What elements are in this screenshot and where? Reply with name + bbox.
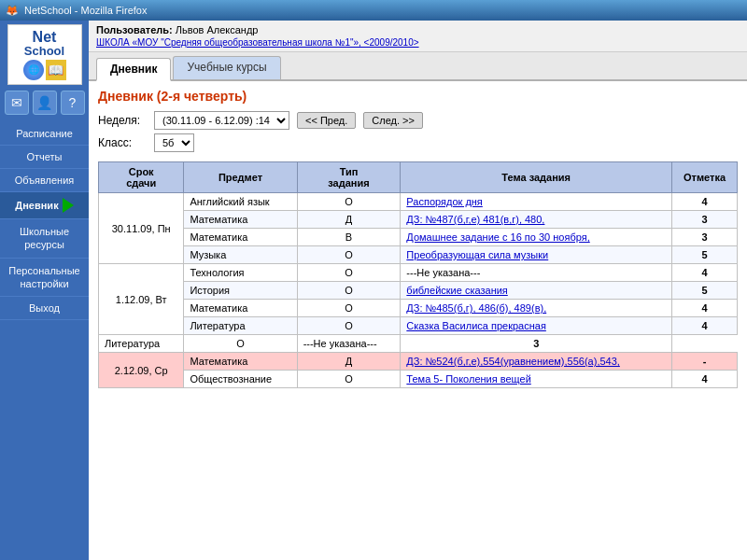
- col-header-subject: Предмет: [184, 162, 297, 193]
- type-cell: О: [297, 317, 401, 335]
- table-row: ИсторияОбиблейские сказания5: [99, 282, 738, 300]
- subject-cell: Математика: [184, 211, 297, 229]
- topic-link[interactable]: ДЗ: №485(б,г), 486(б), 489(в),: [406, 302, 546, 314]
- table-row: МузыкаОПреобразующая сила музыки5: [99, 246, 738, 264]
- grade-cell: -: [672, 353, 738, 371]
- class-control-row: Класс: 5б: [98, 133, 738, 152]
- sidebar-nav: Расписание Отчеты Объявления Дневник Шко…: [0, 122, 89, 320]
- subject-cell: Обществознание: [184, 371, 297, 388]
- topic-cell[interactable]: Домашнее задание с 16 по 30 ноября,: [401, 229, 672, 246]
- col-header-topic: Тема задания: [401, 162, 672, 193]
- users-icon[interactable]: 👤: [33, 91, 57, 115]
- browser-title: NetSchool - Mozilla Firefox: [24, 5, 147, 16]
- grade-cell: 3: [672, 211, 738, 229]
- school-link[interactable]: ШКОЛА «МОУ "Средняя общеобразовательная …: [96, 37, 740, 48]
- sidebar-item-schedule[interactable]: Расписание: [0, 122, 89, 146]
- grade-cell: 4: [672, 317, 738, 335]
- table-row: 1.12.09, ВтТехнологияО---Не указана---4: [99, 264, 738, 282]
- table-row: МатематикаДДЗ: №487(б,г,е) 481(в,г), 480…: [99, 211, 738, 229]
- sidebar-item-announcements[interactable]: Объявления: [0, 169, 89, 192]
- type-cell: О: [297, 300, 401, 317]
- next-button[interactable]: След. >>: [363, 112, 423, 129]
- main-area: Пользователь: Львов Александр ШКОЛА «МОУ…: [89, 21, 747, 560]
- type-cell: Д: [297, 211, 401, 229]
- subject-cell: Музыка: [184, 246, 297, 264]
- table-row: МатематикаВДомашнее задание с 16 по 30 н…: [99, 229, 738, 246]
- grade-cell: 3: [672, 229, 738, 246]
- type-cell: О: [184, 335, 297, 353]
- topic-link[interactable]: библейские сказания: [406, 285, 507, 296]
- col-header-grade: Отметка: [672, 162, 738, 193]
- logo: Net School 🌐 📖: [7, 24, 82, 85]
- class-label: Класс:: [98, 136, 147, 149]
- subject-cell: Английский язык: [184, 193, 297, 211]
- subject-cell: Математика: [184, 353, 297, 371]
- topic-link[interactable]: Домашнее задание с 16 по 30 ноября,: [406, 231, 589, 243]
- prev-button[interactable]: << Пред.: [297, 112, 356, 129]
- sidebar: Net School 🌐 📖 ✉ 👤 ? Расписание Отчеты О…: [0, 21, 89, 560]
- col-header-type: Типзадания: [297, 162, 401, 193]
- topic-cell[interactable]: ДЗ: №487(б,г,е) 481(в,г), 480,: [401, 211, 672, 229]
- topic-cell[interactable]: ДЗ: №524(б,г,е),554(уравнением),556(а),5…: [401, 353, 672, 371]
- type-cell: О: [297, 193, 401, 211]
- type-cell: О: [297, 246, 401, 264]
- browser-icon: 🦊: [6, 5, 19, 17]
- topic-link[interactable]: ДЗ: №524(б,г,е),554(уравнением),556(а),5…: [406, 356, 620, 367]
- topic-link[interactable]: Распорядок дня: [406, 196, 482, 207]
- logo-icon-row: 🌐 📖: [23, 60, 66, 80]
- active-arrow-icon: [63, 198, 74, 213]
- table-row: ЛитератураОСказка Василиса прекрасная4: [99, 317, 738, 335]
- sidebar-item-logout[interactable]: Выход: [0, 297, 89, 320]
- logo-school-text: School: [24, 45, 64, 57]
- content-area: Дневник (2-я четверть) Неделя: (30.11.09…: [89, 81, 747, 560]
- week-label: Неделя:: [98, 114, 147, 127]
- subject-cell: Литература: [184, 317, 297, 335]
- tabs-bar: Дневник Учебные курсы: [89, 52, 747, 81]
- type-cell: Д: [297, 353, 401, 371]
- type-cell: О: [297, 371, 401, 388]
- tab-courses[interactable]: Учебные курсы: [173, 56, 280, 79]
- subject-cell: Математика: [184, 300, 297, 317]
- week-select[interactable]: (30.11.09 - 6.12.09) :14: [154, 111, 289, 130]
- grade-cell: 4: [672, 300, 738, 317]
- sidebar-item-reports[interactable]: Отчеты: [0, 146, 89, 169]
- topic-cell[interactable]: библейские сказания: [401, 282, 672, 300]
- table-row: 2.12.09, СрМатематикаДДЗ: №524(б,г,е),55…: [99, 353, 738, 371]
- topic-link[interactable]: ДЗ: №487(б,г,е) 481(в,г), 480,: [406, 214, 544, 225]
- type-cell: О: [297, 264, 401, 282]
- type-cell: О: [297, 282, 401, 300]
- sidebar-item-school-resources[interactable]: Школьные ресурсы: [0, 219, 89, 259]
- topic-cell[interactable]: Преобразующая сила музыки: [401, 246, 672, 264]
- week-control-row: Неделя: (30.11.09 - 6.12.09) :14 << Пред…: [98, 111, 738, 130]
- topic-cell[interactable]: ДЗ: №485(б,г), 486(б), 489(в),: [401, 300, 672, 317]
- mail-icon[interactable]: ✉: [5, 91, 29, 115]
- grade-cell: 5: [672, 282, 738, 300]
- type-cell: В: [297, 229, 401, 246]
- date-cell: 30.11.09, Пн: [99, 193, 184, 264]
- diary-title: Дневник (2-я четверть): [98, 89, 738, 104]
- date-cell: 1.12.09, Вт: [99, 264, 184, 335]
- globe-icon: 🌐: [23, 60, 44, 80]
- subject-cell: Технология: [184, 264, 297, 282]
- header: Пользователь: Львов Александр ШКОЛА «МОУ…: [89, 21, 747, 52]
- grade-cell: 4: [672, 371, 738, 388]
- class-select[interactable]: 5б: [154, 133, 194, 152]
- topic-cell[interactable]: Распорядок дня: [401, 193, 672, 211]
- sidebar-item-personal-settings[interactable]: Персональные настройки: [0, 259, 89, 298]
- topic-link[interactable]: Преобразующая сила музыки: [406, 249, 548, 260]
- subject-cell: Литература: [99, 335, 184, 353]
- user-label: Пользователь:: [96, 24, 173, 35]
- topic-cell[interactable]: Тема 5- Поколения вещей: [401, 371, 672, 388]
- subject-cell: История: [184, 282, 297, 300]
- tab-diary[interactable]: Дневник: [96, 58, 171, 81]
- help-icon[interactable]: ?: [61, 91, 85, 115]
- diary-subtitle: (2-я четверть): [157, 89, 247, 104]
- table-row: ЛитератураО---Не указана---3: [99, 335, 738, 353]
- subject-cell: Математика: [184, 229, 297, 246]
- diary-table: Сроксдачи Предмет Типзадания Тема задани…: [98, 161, 738, 388]
- topic-link[interactable]: Тема 5- Поколения вещей: [406, 373, 530, 385]
- topic-cell[interactable]: Сказка Василиса прекрасная: [401, 317, 672, 335]
- user-info: Пользователь: Львов Александр: [96, 24, 740, 35]
- sidebar-item-diary[interactable]: Дневник: [0, 192, 89, 219]
- topic-link[interactable]: Сказка Василиса прекрасная: [406, 320, 546, 331]
